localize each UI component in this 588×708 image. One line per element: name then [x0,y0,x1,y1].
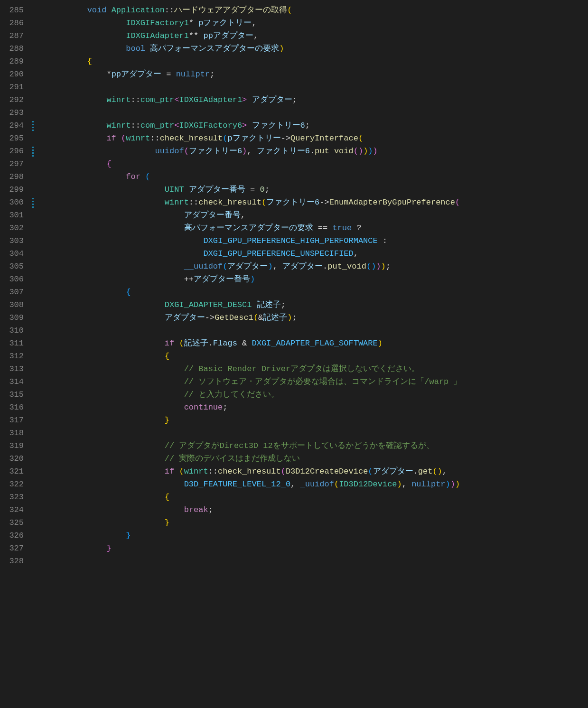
token-brace1: ) [397,480,402,489]
code-line[interactable]: if (winrt::check_hresult(D3D12CreateDevi… [48,465,461,478]
token-brace2: < [174,95,179,104]
code-area[interactable]: void Application::ハードウェアアダプターの取得( IDXGIF… [44,0,461,571]
code-line[interactable]: { [48,55,461,68]
token-brace2: ( [455,198,460,207]
token-type: DXGI_ADAPTER_DESC1 [165,300,252,309]
code-editor[interactable]: 2852862872882892902912922932942952962972… [0,0,588,571]
token-var: ppアダプター [203,31,253,40]
code-line[interactable]: D3D_FEATURE_LEVEL_12_0, _uuidof(ID3D12De… [48,478,461,491]
code-line[interactable]: ++アダプター番号) [48,273,461,286]
line-number: 297 [4,158,24,170]
token-type: winrt [165,198,189,207]
token-op [140,172,145,181]
code-line[interactable]: } [48,542,461,555]
fold-slot [35,452,44,465]
code-line[interactable]: for ( [48,170,461,183]
token-ctrl: continue [184,403,223,412]
line-number: 304 [4,247,24,260]
token-type: IDXGIFactory1 [126,19,189,28]
token-comment: // 実際のデバイスはまだ作成しない [165,454,300,463]
line-number: 306 [4,273,24,286]
token-var: Flags [213,339,237,348]
code-line[interactable]: // Basic Render Driverアダプタは選択しないでください。 [48,363,461,375]
token-op [252,300,256,309]
fold-slot [35,363,44,375]
token-brace1: ) [381,262,386,271]
code-line[interactable]: DXGI_ADAPTER_DESC1 記述子; [48,298,461,311]
fold-slot [35,4,44,17]
token-brace1: ) [279,44,284,53]
code-line[interactable] [48,81,461,93]
token-brace1: ( [179,339,184,348]
code-line[interactable]: } [48,516,461,529]
code-line[interactable]: UINT アダプター番号 = 0; [48,183,461,196]
token-comment: // アダプタがDirect3D 12をサポートしているかどうかを確認するが、 [165,441,434,450]
code-line[interactable]: アダプター->GetDesc1(&記述子); [48,311,461,324]
code-line[interactable]: *ppアダプター = nullptr; [48,68,461,81]
code-line[interactable] [48,555,461,568]
code-line[interactable]: { [48,286,461,298]
token-brace2: ) [373,147,378,156]
code-line[interactable]: // 実際のデバイスはまだ作成しない [48,452,461,465]
code-line[interactable]: winrt::check_hresult(ファクトリー6->EnumAdapte… [48,196,461,209]
code-line[interactable] [48,106,461,119]
fold-slot [35,465,44,478]
code-line[interactable]: winrt::com_ptr<IDXGIAdapter1> アダプター; [48,93,461,106]
token-brace2: } [106,544,111,553]
code-line[interactable]: IDXGIFactory1* pファクトリー, [48,17,461,29]
code-line[interactable]: if (記述子.Flags & DXGI_ADAPTER_FLAG_SOFTWA… [48,337,461,350]
code-line[interactable]: void Application::ハードウェアアダプターの取得( [48,4,461,17]
token-type: com_ptr [140,121,174,130]
token-op: . [310,147,315,156]
line-number: 316 [4,401,24,414]
token-op: :: [165,6,174,15]
token-brace3: ) [250,275,255,284]
code-line[interactable]: // ソフトウェア・アダプタが必要な場合は、コマンドラインに「/warp 」 [48,375,461,388]
line-number: 285 [4,4,24,17]
git-modified-indicator [32,120,34,131]
code-line[interactable]: break; [48,503,461,516]
code-line[interactable]: } [48,529,461,542]
fold-slot [35,234,44,247]
token-brace1: ( [179,467,184,476]
token-ctrl: if [165,467,174,476]
token-op: & [237,339,252,348]
code-line[interactable]: 高パフォーマンスアダプターの要求 == true ? [48,222,461,234]
token-op: , [252,19,256,28]
code-line[interactable]: DXGI_GPU_PREFERENCE_HIGH_PERFORMANCE : [48,234,461,247]
line-number: 286 [4,17,24,29]
code-line[interactable]: winrt::com_ptr<IDXGIFactory6> ファクトリー6; [48,119,461,132]
code-line[interactable]: アダプター番号, [48,209,461,222]
code-line[interactable]: IDXGIAdapter1** ppアダプター, [48,29,461,42]
token-brace2: > [242,95,247,104]
token-brace3: ) [371,262,376,271]
token-brace1: { [165,352,169,361]
code-line[interactable]: __uuidof(ファクトリー6), ファクトリー6.put_void()))) [48,145,461,158]
code-line[interactable]: { [48,491,461,503]
fold-slot [35,311,44,324]
code-line[interactable] [48,324,461,337]
token-brace1: ( [432,467,437,476]
code-line[interactable]: bool 高パフォーマンスアダプターの要求) [48,42,461,55]
token-type: UINT [165,185,184,194]
fold-slot [35,401,44,414]
line-number: 300 [4,196,24,209]
code-line[interactable]: { [48,158,461,170]
code-line[interactable]: if (winrt::check_hresult(pファクトリー->QueryI… [48,132,461,145]
token-op: ; [281,300,286,309]
code-line[interactable] [48,427,461,439]
code-line[interactable]: { [48,350,461,363]
fold-slot [35,68,44,81]
token-brace2: ( [281,467,286,476]
fold-slot [35,247,44,260]
code-line[interactable]: __uuidof(アダプター), アダプター.put_void())); [48,260,461,273]
fold-slot [35,529,44,542]
code-line[interactable]: DXGI_GPU_PREFERENCE_UNSPECIFIED, [48,247,461,260]
code-line[interactable]: // アダプタがDirect3D 12をサポートしているかどうかを確認するが、 [48,439,461,452]
code-line[interactable]: } [48,414,461,427]
token-type: com_ptr [140,95,174,104]
code-line[interactable]: continue; [48,401,461,414]
fold-slot [35,42,44,55]
code-line[interactable]: // と入力してください。 [48,388,461,401]
git-modified-indicator [32,146,34,157]
